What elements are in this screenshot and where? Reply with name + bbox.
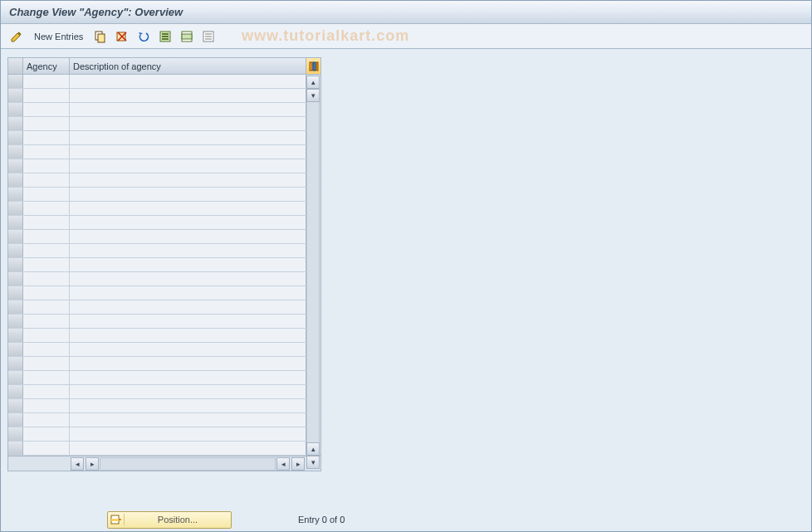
row-selector[interactable] bbox=[8, 145, 23, 159]
row-selector[interactable] bbox=[8, 202, 23, 215]
cell-agency[interactable] bbox=[23, 258, 70, 271]
cell-agency[interactable] bbox=[23, 385, 70, 398]
cell-description[interactable] bbox=[70, 244, 306, 257]
cell-description[interactable] bbox=[70, 371, 306, 384]
cell-agency[interactable] bbox=[23, 427, 70, 441]
cell-agency[interactable] bbox=[23, 202, 70, 215]
row-selector[interactable] bbox=[8, 117, 23, 130]
cell-description[interactable] bbox=[70, 202, 306, 215]
scroll-left-icon[interactable]: ▸ bbox=[86, 457, 99, 471]
cell-description[interactable] bbox=[70, 216, 306, 229]
cell-description[interactable] bbox=[70, 188, 306, 201]
row-selector[interactable] bbox=[8, 159, 23, 173]
scroll-right-end-icon[interactable]: ▸ bbox=[291, 457, 305, 471]
select-all-column-header[interactable] bbox=[8, 58, 23, 74]
deselect-all-icon[interactable] bbox=[199, 27, 218, 46]
cell-description[interactable] bbox=[70, 300, 306, 314]
cell-agency[interactable] bbox=[23, 315, 70, 328]
row-selector[interactable] bbox=[8, 173, 23, 187]
column-header-description[interactable]: Description of agency bbox=[70, 58, 306, 74]
cell-agency[interactable] bbox=[23, 145, 70, 159]
cell-description[interactable] bbox=[70, 343, 306, 356]
cell-agency[interactable] bbox=[23, 89, 70, 102]
select-block-icon[interactable] bbox=[178, 27, 196, 46]
row-selector[interactable] bbox=[8, 244, 23, 257]
cell-agency[interactable] bbox=[23, 343, 70, 356]
row-selector[interactable] bbox=[8, 427, 23, 441]
cell-agency[interactable] bbox=[23, 216, 70, 229]
cell-agency[interactable] bbox=[23, 399, 70, 412]
cell-description[interactable] bbox=[70, 399, 306, 412]
delete-icon[interactable] bbox=[113, 27, 131, 46]
vscroll-track[interactable] bbox=[306, 102, 320, 442]
cell-agency[interactable] bbox=[23, 413, 70, 427]
scroll-right-icon[interactable]: ◂ bbox=[276, 457, 290, 471]
cell-agency[interactable] bbox=[23, 329, 70, 342]
row-selector[interactable] bbox=[8, 188, 23, 201]
row-selector[interactable] bbox=[8, 343, 23, 356]
row-selector[interactable] bbox=[8, 258, 23, 271]
scroll-page-down-icon[interactable]: ▴ bbox=[306, 442, 320, 456]
cell-description[interactable] bbox=[70, 159, 306, 173]
row-selector[interactable] bbox=[8, 131, 23, 144]
cell-agency[interactable] bbox=[23, 244, 70, 257]
cell-description[interactable] bbox=[70, 258, 306, 271]
cell-description[interactable] bbox=[70, 442, 306, 455]
cell-description[interactable] bbox=[70, 173, 306, 187]
cell-description[interactable] bbox=[70, 286, 306, 300]
copy-as-icon[interactable] bbox=[91, 27, 110, 46]
row-selector[interactable] bbox=[8, 272, 23, 286]
row-selector[interactable] bbox=[8, 103, 23, 116]
scroll-page-up-icon[interactable]: ▾ bbox=[306, 89, 320, 102]
cell-agency[interactable] bbox=[23, 131, 70, 144]
cell-description[interactable] bbox=[70, 89, 306, 102]
cell-agency[interactable] bbox=[23, 188, 70, 201]
cell-description[interactable] bbox=[70, 385, 306, 398]
position-button[interactable]: Position... bbox=[107, 511, 232, 529]
cell-agency[interactable] bbox=[23, 300, 70, 314]
cell-description[interactable] bbox=[70, 427, 306, 441]
toggle-display-change-icon[interactable] bbox=[7, 27, 26, 46]
row-selector[interactable] bbox=[8, 357, 23, 370]
row-selector[interactable] bbox=[8, 315, 23, 328]
cell-description[interactable] bbox=[70, 272, 306, 286]
select-all-icon[interactable] bbox=[156, 27, 174, 46]
undo-change-icon[interactable] bbox=[135, 27, 153, 46]
row-selector[interactable] bbox=[8, 371, 23, 384]
cell-agency[interactable] bbox=[23, 286, 70, 300]
scroll-down-icon[interactable]: ▾ bbox=[306, 456, 320, 469]
cell-description[interactable] bbox=[70, 75, 306, 88]
row-selector[interactable] bbox=[8, 230, 23, 243]
cell-agency[interactable] bbox=[23, 103, 70, 116]
row-selector[interactable] bbox=[8, 300, 23, 314]
cell-description[interactable] bbox=[70, 145, 306, 159]
row-selector[interactable] bbox=[8, 399, 23, 412]
cell-agency[interactable] bbox=[23, 75, 70, 88]
scroll-left-end-icon[interactable]: ◂ bbox=[71, 457, 84, 471]
cell-agency[interactable] bbox=[23, 357, 70, 370]
cell-description[interactable] bbox=[70, 315, 306, 328]
cell-agency[interactable] bbox=[23, 117, 70, 130]
cell-description[interactable] bbox=[70, 131, 306, 144]
table-settings-icon[interactable] bbox=[306, 58, 320, 74]
cell-description[interactable] bbox=[70, 413, 306, 427]
cell-description[interactable] bbox=[70, 117, 306, 130]
cell-description[interactable] bbox=[70, 357, 306, 370]
row-selector[interactable] bbox=[8, 413, 23, 427]
row-selector[interactable] bbox=[8, 286, 23, 300]
cell-agency[interactable] bbox=[23, 272, 70, 286]
row-selector[interactable] bbox=[8, 89, 23, 102]
cell-agency[interactable] bbox=[23, 173, 70, 187]
column-header-agency[interactable]: Agency bbox=[23, 58, 70, 74]
cell-agency[interactable] bbox=[23, 442, 70, 455]
row-selector[interactable] bbox=[8, 329, 23, 342]
new-entries-button[interactable]: New Entries bbox=[29, 27, 88, 46]
cell-description[interactable] bbox=[70, 230, 306, 243]
row-selector[interactable] bbox=[8, 442, 23, 455]
cell-description[interactable] bbox=[70, 329, 306, 342]
cell-description[interactable] bbox=[70, 103, 306, 116]
cell-agency[interactable] bbox=[23, 371, 70, 384]
row-selector[interactable] bbox=[8, 216, 23, 229]
cell-agency[interactable] bbox=[23, 159, 70, 173]
scroll-up-icon[interactable]: ▴ bbox=[306, 76, 320, 89]
